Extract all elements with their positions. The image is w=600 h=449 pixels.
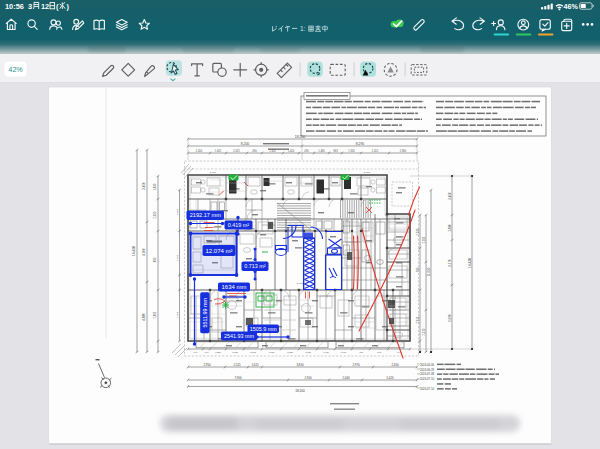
svg-text:5511.99 mm: 5511.99 mm [202, 297, 208, 327]
svg-text:1505.9 mm: 1505.9 mm [250, 326, 277, 332]
svg-text:1,480: 1,480 [318, 149, 325, 153]
svg-text:2024.07.10: 2024.07.10 [420, 387, 434, 391]
svg-text:3,450: 3,450 [142, 182, 146, 190]
svg-text:2,970: 2,970 [352, 363, 360, 367]
svg-text:2,800: 2,800 [400, 149, 407, 153]
svg-text:8,290: 8,290 [356, 142, 365, 146]
svg-text:2,580: 2,580 [176, 311, 179, 318]
svg-text:18,200: 18,200 [295, 389, 305, 393]
svg-text:2024.04.06: 2024.04.06 [420, 363, 434, 367]
svg-text:2,600: 2,600 [210, 171, 217, 174]
svg-text:2024.07.08: 2024.07.08 [420, 372, 434, 376]
svg-text:2,950: 2,950 [203, 363, 211, 367]
svg-text:0.419 m²: 0.419 m² [228, 222, 249, 228]
svg-text:12: 12 [41, 2, 49, 11]
svg-text:1,625: 1,625 [215, 149, 222, 153]
svg-text:6,090: 6,090 [448, 314, 452, 322]
svg-text:4,880: 4,880 [142, 313, 146, 321]
svg-text:790: 790 [416, 267, 420, 272]
svg-text:2192.17 mm: 2192.17 mm [190, 212, 221, 218]
svg-text:1,660: 1,660 [176, 208, 179, 215]
svg-text:2,415: 2,415 [372, 149, 379, 153]
svg-text:3,170: 3,170 [448, 259, 452, 267]
svg-text:2024.07.10: 2024.07.10 [420, 377, 434, 381]
svg-text:2,980: 2,980 [297, 282, 304, 285]
svg-text:3,450: 3,450 [448, 192, 452, 200]
svg-text:2,025: 2,025 [233, 149, 240, 153]
svg-text:2,525: 2,525 [233, 363, 241, 367]
svg-text:18,200: 18,200 [295, 135, 305, 139]
svg-text:2,450: 2,450 [391, 363, 399, 367]
svg-text:10:56: 10:56 [5, 2, 24, 11]
svg-text:11,630: 11,630 [427, 267, 431, 276]
svg-text:490: 490 [304, 149, 309, 153]
svg-text:7,900: 7,900 [234, 376, 242, 380]
svg-text:2,600: 2,600 [364, 171, 371, 174]
svg-text:3,810: 3,810 [296, 363, 304, 367]
svg-text:1,424: 1,424 [269, 149, 276, 153]
svg-text:1,620: 1,620 [288, 149, 295, 153]
svg-text:2,310: 2,310 [422, 328, 426, 335]
svg-text:2,430: 2,430 [176, 254, 179, 261]
svg-text:1,830: 1,830 [153, 183, 157, 190]
svg-text:2024.06.29: 2024.06.29 [420, 368, 434, 372]
svg-text:5,420: 5,420 [386, 376, 394, 380]
svg-text:890: 890 [153, 257, 157, 262]
svg-text:2,440: 2,440 [342, 376, 350, 380]
svg-text:1:: 1: [300, 25, 306, 32]
svg-text:46%: 46% [564, 2, 579, 11]
svg-text:0.713 m²: 0.713 m² [244, 263, 265, 269]
svg-text:2,895: 2,895 [153, 311, 157, 318]
svg-text:14,430: 14,430 [132, 246, 136, 256]
svg-text:3: 3 [28, 2, 32, 11]
svg-text:963: 963 [333, 149, 338, 153]
svg-text:1634 mm: 1634 mm [221, 284, 246, 290]
svg-text:2,350: 2,350 [153, 211, 157, 218]
svg-text:1,920: 1,920 [348, 149, 355, 153]
svg-text:2,330: 2,330 [416, 228, 420, 235]
svg-text:42%: 42% [8, 66, 22, 73]
svg-text:1,615: 1,615 [251, 363, 259, 367]
svg-text:2541.93 mm: 2541.93 mm [224, 333, 254, 339]
svg-text:2,900: 2,900 [304, 376, 312, 380]
svg-text:2,913: 2,913 [416, 316, 420, 323]
svg-text:2,050: 2,050 [196, 149, 203, 153]
svg-text:14,430: 14,430 [468, 258, 472, 268]
svg-text:1,105: 1,105 [422, 236, 426, 243]
svg-text:1,830: 1,830 [448, 224, 452, 232]
svg-text:4,100: 4,100 [142, 248, 146, 256]
svg-text:490: 490 [252, 149, 257, 153]
svg-text:12.074 m²: 12.074 m² [205, 248, 232, 254]
svg-text:8,200: 8,200 [241, 142, 250, 146]
